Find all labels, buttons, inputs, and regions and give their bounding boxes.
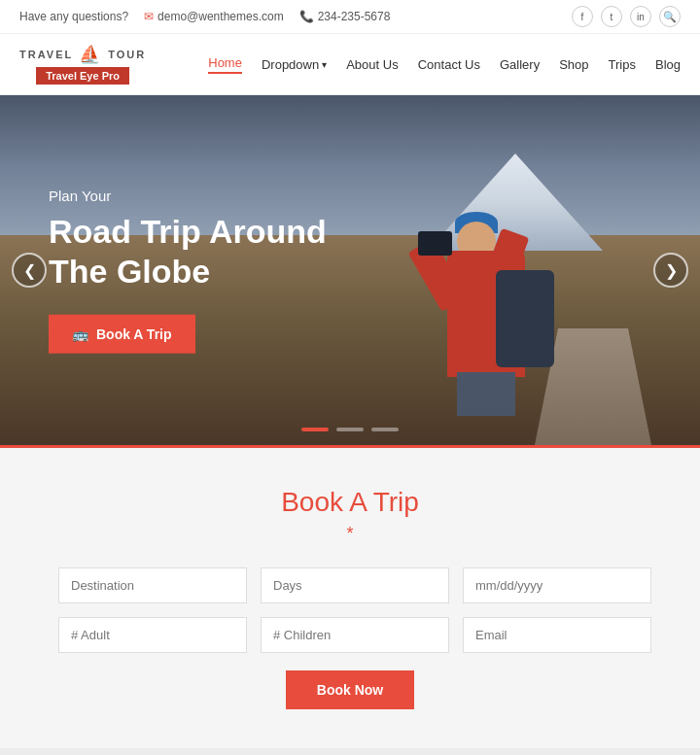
hero-title-line2: The Globe bbox=[49, 253, 210, 290]
top-bar: Have any questions? ✉ demo@wenthemes.com… bbox=[0, 0, 700, 34]
hero-figure bbox=[369, 144, 583, 416]
phone-contact: 📞 234-235-5678 bbox=[299, 10, 391, 23]
book-title: Book A Trip bbox=[58, 487, 642, 518]
nav-blog[interactable]: Blog bbox=[655, 57, 681, 72]
twitter-icon[interactable]: t bbox=[601, 6, 622, 27]
search-icon[interactable]: 🔍 bbox=[659, 6, 681, 27]
services-section: ✈ Our Services 🚗 Our Services 🏨 Our Serv… bbox=[0, 748, 700, 755]
book-title-rest: ook A Trip bbox=[299, 487, 419, 517]
nav-home[interactable]: Home bbox=[208, 55, 242, 74]
nav-contact[interactable]: Contact Us bbox=[418, 57, 480, 72]
hero-cta-label: Book A Trip bbox=[96, 326, 172, 341]
top-bar-left: Have any questions? ✉ demo@wenthemes.com… bbox=[19, 10, 390, 23]
hero-subtitle: Plan Your bbox=[49, 188, 327, 204]
boat-icon: ⛵ bbox=[79, 44, 102, 65]
form-row-1 bbox=[58, 567, 642, 603]
book-section: Book A Trip * Book Now bbox=[0, 445, 700, 748]
top-bar-right: f t in 🔍 bbox=[572, 6, 681, 27]
book-now-button[interactable]: Book Now bbox=[286, 670, 414, 709]
destination-input[interactable] bbox=[58, 567, 247, 603]
nav-trips[interactable]: Trips bbox=[609, 57, 636, 72]
nav-gallery[interactable]: Gallery bbox=[500, 57, 540, 72]
question-text: Have any questions? bbox=[19, 10, 128, 23]
backpack bbox=[496, 270, 554, 367]
book-form: Book Now bbox=[58, 567, 642, 709]
navbar: TRAVEL ⛵ TOUR Travel Eye Pro Home Dropdo… bbox=[0, 34, 700, 95]
book-divider: * bbox=[58, 524, 642, 544]
hero-dot-2[interactable] bbox=[336, 428, 364, 431]
hero-book-button[interactable]: 🚌 Book A Trip bbox=[49, 314, 195, 353]
children-input[interactable] bbox=[261, 617, 449, 653]
nav-dropdown[interactable]: Dropdown ▾ bbox=[262, 57, 327, 72]
hero-dot-1[interactable] bbox=[301, 428, 329, 431]
days-input[interactable] bbox=[261, 567, 449, 603]
hero-content: Plan Your Road Trip Around The Globe 🚌 B… bbox=[49, 188, 327, 354]
date-input[interactable] bbox=[463, 567, 651, 603]
hero-section: Plan Your Road Trip Around The Globe 🚌 B… bbox=[0, 95, 700, 445]
bus-icon: 🚌 bbox=[72, 326, 88, 341]
nav-about[interactable]: About Us bbox=[346, 57, 398, 72]
phone-number[interactable]: 234-235-5678 bbox=[318, 10, 391, 23]
phone-icon: 📞 bbox=[299, 10, 314, 23]
figure-body bbox=[438, 202, 554, 416]
linkedin-icon[interactable]: in bbox=[630, 6, 651, 27]
email-input[interactable] bbox=[463, 617, 651, 653]
logo: TRAVEL ⛵ TOUR Travel Eye Pro bbox=[19, 44, 146, 85]
hero-dots bbox=[301, 428, 399, 431]
hero-next-arrow[interactable]: ❯ bbox=[653, 253, 688, 288]
book-title-b: B bbox=[281, 487, 299, 517]
brand-tour: TOUR bbox=[108, 49, 146, 60]
legs bbox=[457, 372, 515, 416]
email-address[interactable]: demo@wenthemes.com bbox=[158, 10, 284, 23]
logo-top: TRAVEL ⛵ TOUR bbox=[19, 44, 146, 65]
nav-shop[interactable]: Shop bbox=[559, 57, 588, 72]
nav-links: Home Dropdown ▾ About Us Contact Us Gall… bbox=[208, 55, 681, 74]
hero-title: Road Trip Around The Globe bbox=[49, 212, 327, 292]
facebook-icon[interactable]: f bbox=[572, 6, 593, 27]
brand-travel: TRAVEL bbox=[19, 49, 73, 60]
hero-prev-arrow[interactable]: ❮ bbox=[12, 253, 47, 288]
adult-input[interactable] bbox=[58, 617, 247, 653]
email-contact: ✉ demo@wenthemes.com bbox=[144, 10, 284, 23]
email-icon: ✉ bbox=[144, 10, 154, 23]
form-row-2 bbox=[58, 617, 642, 653]
camera bbox=[418, 231, 452, 256]
hero-title-line1: Road Trip Around bbox=[49, 213, 327, 250]
hero-dot-3[interactable] bbox=[371, 428, 399, 431]
logo-badge[interactable]: Travel Eye Pro bbox=[36, 67, 129, 85]
